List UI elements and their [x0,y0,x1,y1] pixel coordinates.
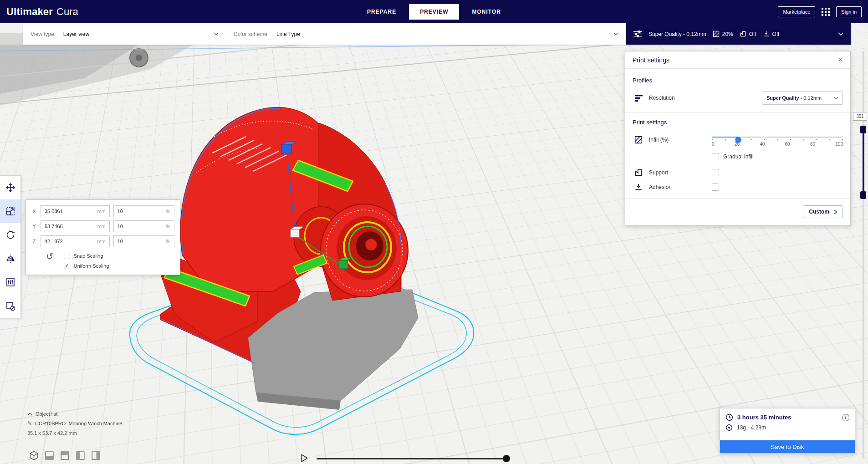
support-blocker-icon [5,301,15,311]
layer-slider-top-handle[interactable] [860,126,866,133]
save-to-disk-button[interactable]: Save to Disk [720,440,855,453]
resolution-dropdown[interactable]: Super Quality - 0.12mm [762,91,843,105]
info-icon[interactable]: i [842,414,849,421]
divider [625,199,850,199]
top-bar: Ultimaker Cura PREPARE PREVIEW MONITOR M… [0,0,868,23]
tool-sidebar [0,175,21,318]
summary-infill: 20% [713,31,733,37]
infill-slider-ticks [712,139,843,140]
object-dimensions-row: 35.1 x 53.7 x 42.2 mm [27,430,122,436]
sliders-icon [633,31,642,37]
resolution-label: Resolution [649,95,675,101]
chevron-down-icon [834,97,838,99]
snap-scaling-option: ✓ Snap Scaling [64,253,109,259]
custom-settings-button[interactable]: Custom [803,205,843,218]
logo-ultimaker: Ultimaker [6,6,53,18]
rotate-icon [5,230,15,240]
object-list-label: Object list [36,411,57,417]
apps-grid-icon[interactable] [822,8,830,16]
infill-slider-track[interactable] [712,137,843,138]
tab-prepare[interactable]: PREPARE [356,4,407,20]
layer-slider-range[interactable] [863,131,864,194]
print-settings-title: Print settings [633,56,669,64]
infill-row: Infill (%) 0 20 40 60 80 100 [633,133,843,147]
infill-icon [713,31,720,37]
chevron-down-icon [613,32,618,36]
tab-monitor[interactable]: MONITOR [461,4,512,20]
chevron-up-icon [27,413,32,416]
axis-z-label: Z [31,239,37,244]
simulation-slider-handle[interactable] [503,455,510,462]
per-model-settings-button[interactable] [0,270,20,294]
reset-scale-button[interactable]: ↺ [46,252,54,261]
uniform-scaling-label: Uniform Scaling [74,263,109,269]
layer-slider-bottom-handle[interactable] [860,191,866,199]
divider [625,112,850,112]
sign-in-button[interactable]: Sign in [836,6,862,17]
scale-tool-button[interactable] [0,199,20,223]
scale-row-z: Z 42.1872 mm 10 % [31,235,174,247]
check-icon: ✓ [65,264,69,268]
print-settings-summary-button[interactable]: Super Quality - 0.12mm 20% Off Off [626,23,851,45]
gradual-infill-label: Gradual infill [723,153,754,160]
spool-icon [725,424,733,431]
scale-z-percent-input[interactable]: 10 % [113,235,174,247]
cura-window: Ultimaker Cura PREPARE PREVIEW MONITOR M… [0,0,868,464]
app-logo: Ultimaker Cura [6,6,78,18]
play-simulation-button[interactable] [299,453,309,463]
support-icon [633,168,644,177]
layer-count-label: 351 [853,112,867,121]
adhesion-checkbox[interactable]: ✓ [712,184,719,191]
gradual-infill-checkbox[interactable]: ✓ [712,153,719,160]
simulation-slider-track[interactable] [317,458,509,459]
view-right-button[interactable] [90,450,102,461]
scale-y-percent-input[interactable]: 10 % [113,220,174,232]
view-left-button[interactable] [75,450,86,461]
close-icon[interactable]: ✕ [838,56,843,63]
print-settings-section-heading: Print settings [633,119,843,126]
view-top-icon [59,450,71,461]
uniform-scaling-checkbox[interactable]: ✓ [64,263,70,269]
pencil-icon: ✎ [27,420,32,427]
header-actions: Marketplace Sign in [778,6,862,17]
chevron-down-icon [214,32,219,36]
scale-row-y: Y 53.7468 mm 10 % [31,220,174,232]
play-icon [299,453,309,463]
scale-z-mm-input[interactable]: 42.1872 mm [41,235,110,247]
scale-x-mm-input[interactable]: 35.0861 mm [41,205,110,217]
infill-icon [633,136,644,144]
view-right-icon [90,450,102,461]
object-list: Object list ✎ CCR10SPRO_Mooring Winch Ma… [27,411,122,439]
move-icon [5,183,15,193]
infill-slider[interactable]: 0 20 40 60 80 100 [712,133,843,147]
print-settings-panel: Print settings ✕ Profiles Resolution Sup… [625,51,851,226]
scale-y-mm-input[interactable]: 53.7468 mm [41,220,110,232]
rotate-tool-button[interactable] [0,223,20,247]
tab-preview[interactable]: PREVIEW [409,4,459,20]
view-front-button[interactable] [44,450,55,461]
adhesion-icon [633,183,644,191]
adhesion-label: Adhesion [649,184,712,190]
logo-cura: Cura [56,6,78,18]
color-scheme-dropdown[interactable]: Color scheme Line Type [226,23,626,45]
marketplace-button[interactable]: Marketplace [778,6,815,17]
mirror-tool-button[interactable] [0,247,20,270]
object-list-item[interactable]: ✎ CCR10SPRO_Mooring Winch Machine [27,420,122,427]
axis-y-label: Y [31,224,37,229]
view-top-button[interactable] [59,450,71,461]
adhesion-row: Adhesion ✓ [633,183,843,191]
summary-adhesion: Off [763,31,780,37]
scale-x-percent-input[interactable]: 10 % [113,205,174,217]
profiles-heading: Profiles [633,77,843,84]
axis-x-label: X [31,209,37,214]
support-checkbox[interactable]: ✓ [712,169,719,176]
support-blocker-button[interactable] [0,294,20,318]
object-list-toggle[interactable]: Object list [27,411,122,417]
view-front-icon [44,450,55,461]
snap-scaling-checkbox[interactable]: ✓ [64,253,70,259]
material-usage-row: 13g · 4.29m [720,423,855,433]
view-type-dropdown[interactable]: View type Layer view [23,23,226,45]
view-3d-button[interactable] [28,450,40,461]
infill-slider-handle[interactable] [735,137,741,143]
move-tool-button[interactable] [0,176,20,199]
